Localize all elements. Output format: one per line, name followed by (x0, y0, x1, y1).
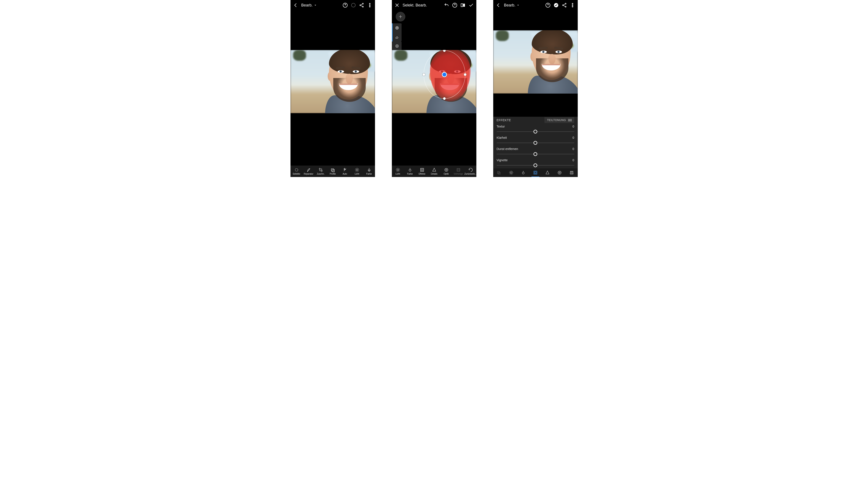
slider-knob[interactable] (533, 163, 537, 167)
label: Auto (343, 173, 347, 175)
topbar: Selekt. Bearb. (392, 0, 476, 10)
slider-knob[interactable] (533, 152, 537, 156)
handle-left[interactable] (423, 73, 425, 76)
svg-rect-36 (568, 119, 569, 120)
handle-top[interactable] (443, 50, 446, 52)
bottom-toolbar: Licht Farbe Effekte Details Optik Vorher… (392, 165, 476, 177)
cat-profile[interactable] (493, 169, 505, 177)
screen-title[interactable]: Bearb. (504, 3, 519, 7)
slider-name: Dunst entfernen (497, 147, 518, 151)
handle-center[interactable] (442, 72, 447, 77)
effects-panel: EFFEKTE TEILTONUNG Textur0 Klarheit0 Dun… (493, 117, 578, 169)
close-icon[interactable] (395, 3, 400, 8)
tool-licht[interactable]: Licht (351, 165, 363, 177)
cat-effects[interactable] (529, 169, 541, 177)
back-icon[interactable] (293, 3, 298, 8)
label: Licht (355, 173, 359, 175)
label: Zuschn. (317, 173, 324, 175)
slider-name: Textur (497, 125, 505, 128)
svg-point-26 (446, 169, 447, 171)
label: Zurücksetz… (464, 173, 476, 175)
eraser-tool[interactable] (393, 32, 402, 41)
screen-effects-panel: Bearb. EFFEKTE TEILTONUNG Textur0 Klarhe… (493, 0, 578, 177)
slider-track[interactable] (497, 163, 574, 167)
slider-vignette[interactable]: Vignette0 (493, 157, 578, 169)
screen-title[interactable]: Bearb. (301, 3, 317, 7)
slider-klarheit[interactable]: Klarheit0 (493, 135, 578, 146)
compare-icon[interactable] (460, 3, 466, 8)
share-icon[interactable] (562, 3, 567, 8)
help-icon[interactable] (343, 3, 348, 8)
cat-color[interactable] (517, 169, 529, 177)
slider-dunst-entfernen[interactable]: Dunst entfernen0 (493, 146, 578, 157)
slider-knob[interactable] (533, 130, 537, 133)
tool-reset[interactable]: Zurücksetz… (464, 165, 476, 177)
check-circle-icon[interactable] (554, 3, 559, 8)
tool-details[interactable]: Details (428, 165, 440, 177)
label: Selektiv (293, 173, 300, 175)
handle-bottom[interactable] (443, 97, 446, 100)
radial-selection[interactable] (424, 50, 465, 99)
svg-point-42 (510, 172, 512, 173)
tool-farbe[interactable]: Farbe (363, 165, 375, 177)
tool-profile[interactable]: Profile (327, 165, 339, 177)
cat-light[interactable] (505, 169, 517, 177)
radial-tool[interactable] (393, 41, 402, 51)
slider-track[interactable] (497, 152, 574, 156)
tool-zuschneiden[interactable]: Zuschn. (315, 165, 327, 177)
svg-point-31 (565, 3, 566, 4)
circle-icon[interactable] (351, 3, 356, 8)
tool-farbe[interactable]: Farbe (404, 165, 416, 177)
svg-rect-14 (461, 4, 463, 7)
help-icon[interactable] (452, 3, 457, 8)
confirm-icon[interactable] (469, 3, 474, 8)
svg-point-32 (565, 6, 566, 7)
label: Details (431, 173, 437, 175)
svg-point-21 (397, 169, 399, 171)
topbar: Bearb. (493, 0, 578, 10)
split-toning-button[interactable]: TEILTONUNG (545, 117, 574, 123)
title-text: Selekt. Bearb. (403, 3, 427, 7)
handle-right[interactable] (464, 73, 466, 76)
svg-point-6 (369, 5, 370, 6)
photo-canvas[interactable] (392, 50, 476, 113)
tool-licht[interactable]: Licht (392, 165, 404, 177)
bottom-toolbar: Selektiv Reparatur Zuschn. Profile Auto … (290, 165, 375, 177)
svg-rect-24 (421, 169, 423, 171)
photo-canvas[interactable] (493, 30, 578, 94)
svg-point-11 (356, 169, 358, 171)
tool-reparatur[interactable]: Reparatur (303, 165, 315, 177)
back-icon[interactable] (496, 3, 501, 8)
slider-track[interactable] (497, 129, 574, 134)
svg-rect-39 (570, 120, 571, 121)
cat-geometry[interactable] (566, 169, 578, 177)
svg-rect-41 (498, 172, 500, 174)
svg-point-25 (444, 169, 448, 172)
tool-optik[interactable]: Optik (440, 165, 453, 177)
slider-textur[interactable]: Textur0 (493, 123, 578, 135)
radial-tool-active[interactable] (393, 23, 402, 32)
chevron-down-icon (517, 4, 519, 6)
photo-canvas[interactable] (290, 50, 375, 113)
tool-selektiv[interactable]: Selektiv (290, 165, 303, 177)
svg-point-30 (562, 5, 563, 6)
tool-auto[interactable]: Auto (339, 165, 351, 177)
cat-optics[interactable] (554, 169, 566, 177)
cat-detail[interactable] (541, 169, 554, 177)
more-icon[interactable] (570, 3, 575, 8)
slider-knob[interactable] (533, 141, 537, 145)
slider-value: 0 (572, 147, 574, 151)
selection-tooldock-active (392, 23, 402, 41)
undo-icon[interactable] (444, 3, 449, 8)
share-icon[interactable] (359, 3, 364, 8)
label: Profile (330, 173, 336, 175)
add-selection-button[interactable] (396, 12, 405, 21)
title-text: Bearb. (504, 3, 516, 7)
svg-rect-45 (534, 172, 536, 173)
label: Optik (444, 173, 449, 175)
screen-title: Selekt. Bearb. (403, 3, 427, 7)
slider-track[interactable] (497, 141, 574, 145)
tool-effekte[interactable]: Effekte (416, 165, 428, 177)
more-icon[interactable] (367, 3, 372, 8)
help-icon[interactable] (545, 3, 551, 8)
